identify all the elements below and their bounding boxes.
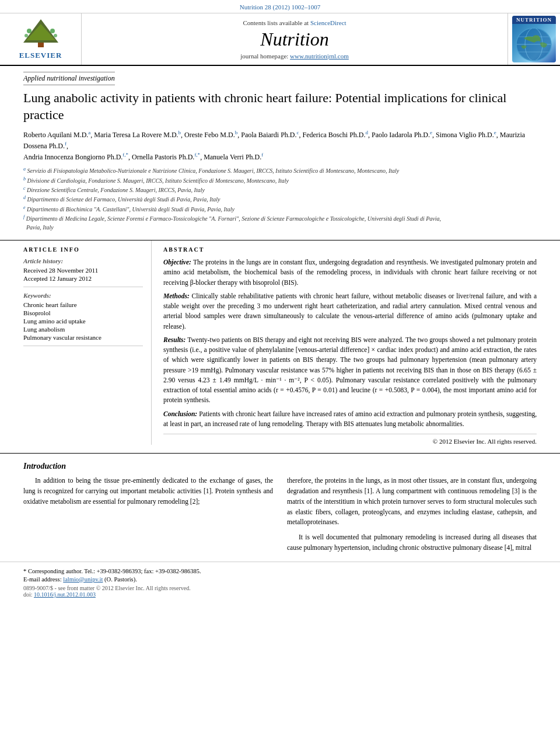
email-prefix: E-mail address: (23, 576, 63, 583)
article-info-column: ARTICLE INFO Article history: Received 2… (23, 240, 152, 445)
email-person: (O. Pastoris). (104, 576, 137, 583)
introduction-title: Introduction (23, 462, 537, 471)
affiliation-a: a Servizio di Fisiopatologia Metabolico-… (23, 166, 537, 175)
abstract-header: ABSTRACT (163, 246, 537, 253)
sup-f3: f,* (194, 152, 200, 158)
article-section: Applied nutritional investigation Lung a… (0, 66, 560, 232)
sup-e2: e (494, 130, 496, 135)
introduction-columns: In addition to being the tissue pre-emin… (23, 476, 537, 557)
keyword-5: Pulmonary vascular resistance (23, 334, 143, 341)
sup-f2: f,* (123, 152, 128, 158)
abstract-conclusion: Conclusion: Patients with chronic heart … (163, 409, 537, 430)
homepage-line: journal homepage: www.nutritionjrnl.com (240, 53, 349, 60)
nutrition-journal-cover: NUTRITION (512, 16, 556, 62)
footnotes-section: * Corresponding author. Tel.: +39-0382-9… (0, 562, 560, 598)
abstract-methods: Methods: Clinically stable rehabilitativ… (163, 291, 537, 332)
doi-prefix: doi: (23, 591, 33, 598)
abstract-column: ABSTRACT Objective: The proteins in the … (163, 240, 537, 445)
intro-col-left: In addition to being the tissue pre-emin… (23, 476, 273, 557)
sup-c: c (297, 130, 299, 135)
keywords-label: Keywords: (23, 292, 143, 299)
keyword-1: Chronic heart failure (23, 301, 143, 308)
divider-1 (23, 287, 143, 287)
email-link[interactable]: lalmio@unipv.it (63, 576, 103, 583)
sciencedirect-link[interactable]: ScienceDirect (310, 19, 346, 26)
keyword-2: Bisoprolol (23, 309, 143, 316)
journal-name: Nutrition (260, 29, 328, 50)
intro-col2-para1: therefore, the proteins in the lungs, as… (287, 476, 537, 528)
svg-point-6 (54, 34, 57, 37)
page-container: Nutrition 28 (2012) 1002–1007 ELSEVIER C… (0, 0, 560, 598)
intro-col2-para2: It is well documented that pulmonary rem… (287, 532, 537, 553)
contents-line: Contents lists available at ScienceDirec… (243, 19, 346, 26)
email-line: E-mail address: lalmio@unipv.it (O. Past… (23, 576, 537, 583)
affiliation-c: c Direzione Scientifica Centrale, Fondaz… (23, 185, 537, 194)
homepage-label: journal homepage: (240, 53, 290, 60)
article-type: Applied nutritional investigation (23, 72, 115, 85)
svg-point-4 (50, 29, 55, 33)
sup-f1: f (65, 141, 66, 147)
accepted-date: Accepted 12 January 2012 (23, 275, 143, 282)
affiliation-b: b Divisione di Cardiologia, Fondazione S… (23, 176, 537, 185)
affiliation-e: e Dipartimento di Biochimica "A. Castell… (23, 204, 537, 214)
received-date: Received 28 November 2011 (23, 267, 143, 274)
sup-b2: b (235, 130, 238, 135)
intro-para-1: In addition to being the tissue pre-emin… (23, 476, 273, 507)
article-info-header: ARTICLE INFO (23, 246, 143, 253)
article-title: Lung anabolic activity in patients with … (23, 90, 537, 123)
divider-2 (23, 346, 143, 346)
conclusion-text: Patients with chronic heart failure have… (163, 410, 537, 427)
copyright-line: © 2012 Elsevier Inc. All rights reserved… (163, 434, 537, 445)
top-bar: Nutrition 28 (2012) 1002–1007 (0, 0, 560, 13)
contents-label: Contents lists available at (243, 19, 310, 26)
abstract-objective: Objective: The proteins in the lungs are… (163, 257, 537, 288)
keyword-4: Lung anabolism (23, 326, 143, 333)
svg-point-5 (24, 34, 28, 37)
doi-link[interactable]: 10.1016/j.nut.2012.01.003 (34, 591, 96, 598)
affiliation-f: f Dipartimento di Medicina Legale, Scien… (23, 214, 537, 232)
elsevier-label: ELSEVIER (19, 51, 62, 60)
article-history-label: Article history: (23, 257, 143, 264)
article-info-abstract-section: ARTICLE INFO Article history: Received 2… (0, 240, 560, 445)
intro-col-right: therefore, the proteins in the lungs, as… (287, 476, 537, 557)
conclusion-label: Conclusion: (163, 410, 197, 417)
sup-a: a (88, 130, 90, 135)
issn-line: 0899-9007/$ - see front matter © 2012 El… (23, 585, 537, 591)
svg-point-3 (27, 29, 32, 33)
homepage-url[interactable]: www.nutritionjrnl.com (290, 53, 349, 60)
elsevier-tree-icon (18, 18, 64, 48)
corresponding-author: * Corresponding author. Tel.: +39-0382-9… (23, 568, 537, 574)
sup-f4: f (261, 152, 263, 158)
authors-line: Roberto Aquilani M.D.a, Maria Teresa La … (23, 129, 537, 162)
objective-label: Objective: (163, 259, 191, 266)
journal-header: ELSEVIER Contents lists available at Sci… (0, 13, 560, 66)
methods-label: Methods: (163, 292, 190, 299)
journal-reference: Nutrition 28 (2012) 1002–1007 (240, 4, 320, 11)
introduction-section: Introduction In addition to being the ti… (0, 453, 560, 557)
sup-e1: e (430, 130, 432, 135)
elsevier-logo-box: ELSEVIER (0, 13, 82, 65)
nutrition-label: NUTRITION (512, 16, 556, 24)
journal-center: Contents lists available at ScienceDirec… (82, 13, 508, 65)
abstract-text: Objective: The proteins in the lungs are… (163, 257, 537, 429)
methods-text: Clinically stable rehabilitative patient… (163, 292, 537, 330)
nutrition-globe-box: NUTRITION (508, 13, 560, 65)
sup-d: d (366, 130, 369, 135)
keyword-3: Lung amino acid uptake (23, 318, 143, 325)
abstract-results: Results: Twenty-two patients on BIS ther… (163, 335, 537, 406)
affiliation-d: d Dipartimento di Scienze del Farmaco, U… (23, 194, 537, 204)
results-text: Twenty-two patients on BIS therapy and e… (163, 336, 537, 404)
affiliations: a Servizio di Fisiopatologia Metabolico-… (23, 166, 537, 232)
results-label: Results: (163, 336, 186, 343)
objective-text: The proteins in the lungs are in constan… (163, 259, 537, 286)
sup-b1: b (178, 130, 181, 135)
doi-line: doi: 10.1016/j.nut.2012.01.003 (23, 591, 537, 598)
globe-icon (512, 24, 556, 62)
